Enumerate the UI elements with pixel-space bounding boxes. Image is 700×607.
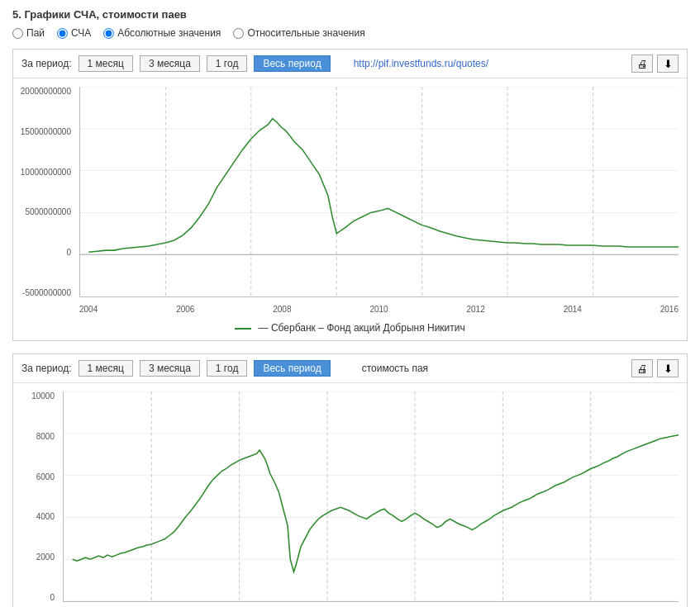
chart1-y6: 20000000000 [21,87,71,96]
chart1-legend: — Сбербанк – Фонд акций Добрыня Никитич [13,318,687,340]
chart1-btn-all[interactable]: Весь период [254,55,330,72]
chart1-toolbar: За период: 1 месяц 3 месяца 1 год Весь п… [13,50,687,78]
section-title: 5. Графики СЧА, стоимости паев [12,8,688,21]
chart1-period-label: За период: [21,58,72,69]
chart1-y3: 5000000000 [25,207,71,216]
radio-relative-label: Относительные значения [247,27,364,39]
chart1-x1: 2004 [79,305,98,314]
chart1-actions: 🖨 ⬇ [631,55,679,73]
radio-relative[interactable]: Относительные значения [233,27,364,39]
chart2-btn-1month[interactable]: 1 месяц [79,360,133,377]
chart2-btn-3month[interactable]: 3 месяца [140,360,200,377]
chart2-svg [64,391,679,601]
chart1-svg [80,87,679,296]
radio-scha[interactable]: СЧА [57,27,91,39]
radio-pay-label: Пай [26,27,45,39]
chart1-legend-text: — Сбербанк – Фонд акций Добрыня Никитич [259,322,465,334]
chart1-legend-line [235,328,251,330]
chart2-y5: 8000 [36,432,55,441]
chart1-url: http://pif.investfunds.ru/quotes/ [354,58,625,69]
chart1-y4: 10000000000 [21,168,71,177]
chart2-print-btn[interactable]: 🖨 [631,359,653,377]
chart1-x2: 2006 [176,305,194,314]
chart1-x7: 2016 [660,305,679,314]
chart2-btn-1year[interactable]: 1 год [207,360,248,377]
chart1-y2: 0 [66,248,71,257]
chart1-print-btn[interactable]: 🖨 [631,55,653,73]
chart2-period-label: За период: [21,363,72,374]
chart1-y5: 15000000000 [21,127,71,136]
chart1-section: За период: 1 месяц 3 месяца 1 год Весь п… [12,49,688,341]
chart2-y6: 10000 [31,391,55,401]
chart1-btn-1year[interactable]: 1 год [207,55,248,72]
radio-scha-label: СЧА [71,27,91,39]
chart1-x4: 2010 [369,305,388,314]
chart2-download-btn[interactable]: ⬇ [657,359,679,377]
radio-pay[interactable]: Пай [12,27,45,39]
chart1-y1: -5000000000 [22,288,71,297]
chart1-btn-3month[interactable]: 3 месяца [140,55,200,72]
chart2-title: стоимость пая [362,363,428,374]
chart2-section: За период: 1 месяц 3 месяца 1 год Весь п… [12,353,688,607]
chart1-x6: 2014 [564,305,582,314]
chart1-x5: 2012 [467,305,485,314]
chart2-toolbar: За период: 1 месяц 3 месяца 1 год Весь п… [13,354,687,383]
chart2-actions: 🖨 ⬇ [631,359,679,377]
chart2-btn-all[interactable]: Весь период [254,360,330,377]
chart2-y3: 4000 [36,512,55,521]
chart2-y2: 2000 [36,552,55,562]
chart1-download-btn[interactable]: ⬇ [657,55,679,73]
chart2-y4: 6000 [36,472,55,481]
radio-absolute[interactable]: Абсолютные значения [103,27,221,39]
chart1-btn-1month[interactable]: 1 месяц [79,55,133,72]
chart1-x3: 2008 [273,305,291,314]
radio-controls: Пай СЧА Абсолютные значения Относительны… [12,27,688,39]
radio-absolute-label: Абсолютные значения [117,27,221,39]
chart2-y1: 0 [50,593,55,602]
